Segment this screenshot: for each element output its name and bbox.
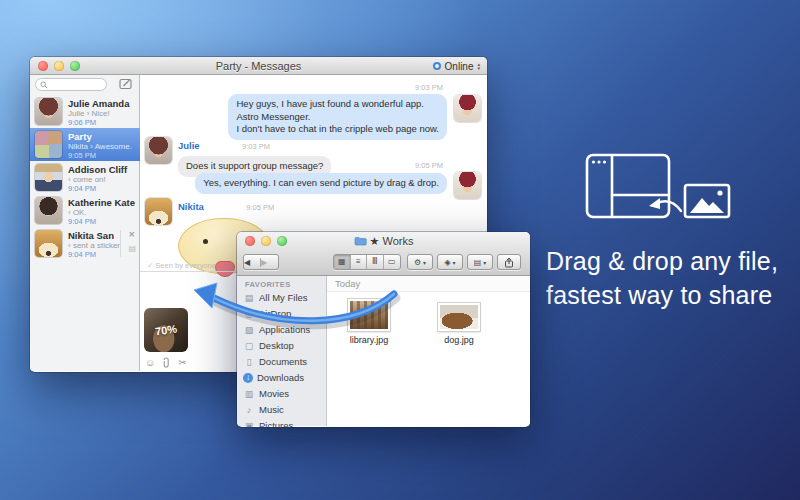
column-view-icon[interactable]: Ⅲ	[367, 255, 384, 269]
conversation-row-party[interactable]: Party Nikita › Awesome. 9:05 PM	[30, 128, 140, 161]
conversation-time: 9:04 PM	[68, 250, 96, 259]
window-controls	[38, 61, 80, 71]
desktop-background: Party - Messages Online ▴▾	[0, 0, 800, 500]
action-menu-button[interactable]: ⚙▾	[407, 254, 433, 270]
avatar	[35, 164, 62, 191]
forward-icon[interactable]: ▶	[261, 258, 278, 267]
sidebar-item-movies[interactable]: ▥Movies	[243, 386, 325, 401]
finder-sidebar: FAVORITES ▤All My Files ◎AirDrop ▨Applic…	[237, 276, 327, 426]
file-dog-jpg[interactable]: dog.jpg	[427, 303, 491, 345]
conversation-name: Addison Cliff	[68, 164, 127, 175]
finder-file-area: Today library.jpg dog.jpg	[327, 276, 530, 426]
sidebar-item-pictures[interactable]: ▣Pictures	[243, 418, 325, 427]
sidebar-item-music[interactable]: ♪Music	[243, 402, 325, 417]
sidebar-item-downloads[interactable]: ↓Downloads	[243, 370, 325, 385]
window-title: Party - Messages	[30, 57, 487, 75]
screenshot-button[interactable]: ✂	[178, 357, 186, 368]
sidebar-item-all-my-files[interactable]: ▤All My Files	[243, 290, 325, 305]
gear-icon: ⚙	[414, 258, 421, 267]
message-time: 9:05 PM	[246, 203, 274, 212]
emoji-button[interactable]: ☺	[145, 357, 155, 368]
compose-icon	[119, 78, 133, 90]
today-section-header: Today	[327, 276, 530, 292]
conversation-row-julie-amanda[interactable]: Julie Amanda Julie › Nice! 9:06 PM	[30, 95, 140, 128]
share-icon	[504, 257, 514, 268]
airdrop-icon: ◎	[243, 309, 255, 319]
conversation-preview: Nikita › Awesome.	[68, 142, 132, 151]
file-library-jpg[interactable]: library.jpg	[337, 299, 401, 345]
conversation-time: 9:05 PM	[68, 151, 96, 160]
list-view-icon[interactable]: ≡	[351, 255, 368, 269]
finder-header: ★ Works ◀ ▶ ▦ ≡ Ⅲ ▭ ⚙▾ ◈▾ ▤▾	[237, 232, 530, 276]
sidebar-item-documents[interactable]: ▯Documents	[243, 354, 325, 369]
dropbox-menu-button[interactable]: ◈▾	[437, 254, 463, 270]
close-window-button[interactable]	[38, 61, 48, 71]
back-forward-buttons[interactable]: ◀ ▶	[243, 254, 279, 270]
status-dropdown[interactable]: Online ▴▾	[433, 57, 480, 75]
message-bubble: Hey guys, I have just found a wonderful …	[228, 94, 447, 140]
conversation-preview: ‹ OK.	[68, 208, 87, 217]
promo-caption: Drag & drop any file, fastest way to sha…	[546, 244, 778, 312]
conversation-row-nikita-sandy[interactable]: Nikita Sandy ‹ sent a sticker 9:04 PM × …	[30, 227, 140, 260]
sticker-badge-icon: ▤	[128, 244, 136, 253]
message-time: 9:03 PM	[228, 83, 443, 92]
seen-receipt: ✓ Seen by everyone	[147, 261, 216, 270]
conversation-preview: ‹ sent a sticker	[68, 241, 120, 250]
search-icon	[40, 81, 48, 89]
attach-button[interactable]	[162, 357, 171, 368]
avatar-me	[454, 95, 481, 122]
conversation-time: 9:04 PM	[68, 217, 96, 226]
sidebar-item-applications[interactable]: ▨Applications	[243, 322, 325, 337]
conversation-row-katherine-kate[interactable]: Katherine Kate ‹ OK. 9:04 PM	[30, 194, 140, 227]
file-name: dog.jpg	[427, 335, 491, 345]
icon-view-icon[interactable]: ▦	[334, 255, 351, 269]
share-button[interactable]	[497, 254, 521, 270]
documents-icon: ▯	[243, 357, 255, 367]
online-status-icon	[433, 62, 441, 70]
messages-titlebar: Party - Messages Online ▴▾	[30, 57, 487, 75]
conversation-sidebar: Julie Amanda Julie › Nice! 9:06 PM Party…	[30, 75, 140, 371]
avatar	[35, 131, 62, 158]
file-name: library.jpg	[337, 335, 401, 345]
status-label: Online	[445, 61, 474, 72]
coverflow-view-icon[interactable]: ▭	[384, 255, 400, 269]
search-input[interactable]	[35, 78, 107, 91]
all-my-files-icon: ▤	[243, 293, 255, 303]
divider	[120, 230, 121, 257]
avatar-nikita	[145, 198, 172, 225]
avatar	[35, 230, 62, 257]
minimize-window-button[interactable]	[54, 61, 64, 71]
conversation-time: 9:04 PM	[68, 184, 96, 193]
search-row	[30, 75, 139, 95]
avatar	[35, 197, 62, 224]
conversation-name: Katherine Kate	[68, 197, 135, 208]
file-thumbnail	[438, 303, 480, 331]
movies-icon: ▥	[243, 389, 255, 399]
view-mode-segmented-control[interactable]: ▦ ≡ Ⅲ ▭	[333, 254, 401, 270]
avatar	[35, 98, 62, 125]
message-time: 9:03 PM	[242, 142, 270, 151]
sidebar-item-desktop[interactable]: ▢Desktop	[243, 338, 325, 353]
desktop-icon: ▢	[243, 341, 255, 351]
avatar-me	[454, 172, 481, 199]
avatar-julie	[145, 137, 172, 164]
sidebar-item-airdrop[interactable]: ◎AirDrop	[243, 306, 325, 321]
folder-icon	[354, 236, 367, 246]
sender-name: Nikita	[178, 201, 204, 212]
music-icon: ♪	[243, 405, 255, 415]
photo-icon	[685, 185, 729, 217]
arrange-menu-button[interactable]: ▤▾	[467, 254, 493, 270]
compose-button[interactable]	[119, 78, 133, 90]
drag-drop-illustration	[585, 153, 741, 225]
favorites-header: FAVORITES	[245, 280, 291, 289]
finder-window-title: ★ Works	[237, 232, 530, 250]
conversation-time: 9:06 PM	[68, 118, 96, 127]
pictures-icon: ▣	[243, 421, 255, 428]
zoom-window-button[interactable]	[70, 61, 80, 71]
back-icon[interactable]: ◀	[244, 258, 261, 267]
conversation-preview: Julie › Nice!	[68, 109, 110, 118]
close-conversation-button[interactable]: ×	[129, 229, 135, 240]
compose-toolbar: ☺ ✂	[145, 357, 187, 368]
outgoing-message-group: 9:03 PM Hey guys, I have just found a wo…	[228, 83, 447, 140]
conversation-row-addison-cliff[interactable]: Addison Cliff ‹ come on! 9:04 PM	[30, 161, 140, 194]
